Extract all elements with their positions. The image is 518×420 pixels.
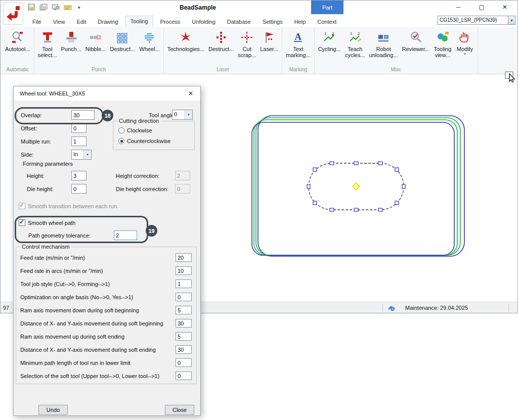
control-row-label: Minimum path length of tool run in lower…	[20, 360, 131, 366]
ribbon-button-wheel[interactable]: Wheel...	[137, 28, 161, 54]
part-tab[interactable]: Part	[311, 1, 343, 14]
dialog-close-icon[interactable]: ✕	[184, 88, 198, 99]
clockwise-radio[interactable]: Clockwise	[118, 127, 152, 133]
close-button[interactable]: ✕	[493, 1, 516, 14]
ribbon-button-laser[interactable]: Laser...	[258, 28, 280, 54]
ribbon-group-automatic: Autotool... Automatic	[2, 28, 34, 74]
minimize-button[interactable]: ─	[447, 1, 470, 14]
control-row-input[interactable]	[176, 358, 192, 367]
control-row-input[interactable]	[176, 319, 192, 328]
destruct-punch-icon	[115, 29, 130, 45]
ribbon-button-reviewer[interactable]: Reviewer...	[400, 28, 431, 54]
control-row-input[interactable]	[176, 332, 192, 341]
app-logo-button[interactable]	[3, 3, 23, 25]
side-select[interactable]: In ▾	[71, 150, 92, 160]
path-tolerance-input[interactable]	[114, 230, 137, 240]
cutting-direction-group: Cutting direction Clockwise Counterclock…	[113, 121, 195, 150]
counterclockwise-radio-circle[interactable]	[118, 138, 124, 144]
svg-text:1: 1	[324, 31, 327, 36]
control-row-input[interactable]	[176, 371, 192, 380]
list-icon[interactable]	[64, 5, 72, 11]
ribbon-button-destruct-punch[interactable]: Destruct...	[108, 28, 137, 54]
offset-label: Offset:	[21, 125, 37, 131]
dialog-titlebar[interactable]: Wheel tool: WHEEL_30X5 ✕	[14, 86, 200, 101]
svg-text:2: 2	[358, 31, 360, 36]
control-row-input[interactable]	[176, 266, 192, 275]
ribbon-button-cycling[interactable]: 12 Cycling...	[316, 28, 343, 54]
ribbon-button-robot-unloading[interactable]: Robot unloading...	[367, 28, 400, 60]
smooth-transition-checkbox: ✓ Smooth transition between each run.	[19, 203, 118, 209]
die-height-label: Die height:	[27, 186, 54, 192]
qat-dropdown-icon[interactable]: ▾	[78, 5, 80, 10]
modify-dropdown-icon[interactable]: ▾	[464, 52, 466, 56]
control-row-input[interactable]	[176, 345, 192, 354]
maintenance-text: Maintenance: 29.04.2025	[405, 305, 468, 311]
control-row-input[interactable]	[176, 279, 192, 288]
tab-edit[interactable]: Edit	[72, 17, 91, 27]
machine-combo-value: CG1530_LSR_(PPCN39)	[438, 16, 508, 24]
ribbon-button-nibble[interactable]: Nibble...	[83, 28, 108, 54]
height-input[interactable]	[71, 171, 87, 180]
close-dialog-button[interactable]: Close	[165, 405, 194, 415]
ribbon-button-text-marking[interactable]: A Text marking...	[284, 28, 312, 60]
tool-angle-select[interactable]: 0 ▾	[172, 110, 193, 120]
tool-angle-arrow-icon: ▾	[185, 110, 192, 119]
control-row-input[interactable]	[176, 293, 192, 301]
tab-help[interactable]: Help	[290, 17, 311, 27]
save-icon[interactable]	[28, 4, 35, 11]
tab-database[interactable]: Database	[223, 17, 255, 27]
tab-file[interactable]: File	[28, 17, 46, 27]
tab-unfolding[interactable]: Unfolding	[187, 17, 220, 27]
ribbon-button-technologies[interactable]: Technologies...	[165, 28, 206, 54]
ribbon-group-misc: 12 Cycling... 12 Teach cycles... Robot u…	[315, 28, 478, 74]
side-arrow-icon: ▾	[83, 150, 91, 159]
maximize-button[interactable]: ▢	[470, 1, 493, 14]
ribbon-button-tool-select[interactable]: Tool select...	[36, 28, 59, 60]
tab-drawing[interactable]: Drawing	[93, 17, 122, 27]
svg-text:1: 1	[350, 31, 353, 36]
machine-combo-arrow-icon[interactable]: ▾	[508, 16, 515, 24]
status-left-value: 97	[3, 305, 9, 311]
tab-process[interactable]: Process	[156, 17, 185, 27]
ribbon-button-punch[interactable]: Punch...	[59, 28, 83, 54]
multiple-run-input[interactable]	[71, 136, 87, 146]
save-all-icon[interactable]	[39, 4, 48, 11]
counterclockwise-radio[interactable]: Counterclockwise	[118, 138, 170, 144]
control-row-label: Feed rate in arcs (m/min or "/min)	[20, 268, 103, 274]
undo-button[interactable]: Undo	[38, 405, 68, 415]
tab-settings[interactable]: Settings	[258, 17, 287, 27]
maintenance-icon	[387, 304, 395, 313]
machine-combo[interactable]: CG1530_LSR_(PPCN39) ▾	[438, 16, 515, 25]
forming-parameters-title: Forming parameters	[23, 161, 73, 167]
smooth-wheel-path-checkbox-box[interactable]: ✓	[19, 219, 25, 226]
offset-input[interactable]	[71, 123, 87, 133]
smooth-wheel-path-checkbox[interactable]: ✓ Smooth wheel path	[19, 219, 75, 226]
overlap-label: Overlap:	[21, 112, 42, 118]
clockwise-radio-circle[interactable]	[118, 127, 124, 133]
control-row-input[interactable]	[176, 253, 192, 262]
overlap-input[interactable]	[71, 110, 95, 120]
tab-tooling[interactable]: Tooling	[125, 16, 153, 27]
die-height-correction-input	[175, 184, 190, 194]
ribbon-button-teach-cycles[interactable]: 12 Teach cycles...	[343, 28, 367, 60]
control-row-label: Distance of X- and Y-axis movement durin…	[20, 320, 163, 326]
ribbon-button-autotool[interactable]: Autotool...	[3, 28, 32, 54]
ribbon-group-marking: A Text marking... Marking	[282, 28, 314, 74]
laser-icon	[262, 29, 276, 45]
tab-view[interactable]: View	[49, 17, 70, 27]
ribbon-button-modify[interactable]: Modify ▾	[454, 28, 476, 57]
status-separator-right	[508, 304, 509, 312]
ribbon-button-cut-scrap[interactable]: Cut scrap...	[236, 28, 258, 60]
cycling-icon: 12	[322, 29, 336, 45]
control-row-input[interactable]	[176, 306, 192, 314]
control-row-label: Distance of X- and Y-axis movement durin…	[20, 347, 156, 353]
multiple-run-label: Multiple run:	[21, 138, 51, 145]
die-height-correction-label: Die height correction:	[116, 186, 168, 192]
tab-context[interactable]: Context	[313, 17, 341, 27]
die-height-input[interactable]	[71, 184, 87, 194]
export-icon[interactable]	[52, 4, 60, 11]
ribbon-button-destruct-laser[interactable]: Destruct...	[206, 28, 236, 54]
modify-icon	[458, 29, 472, 45]
callout-badge-18: 18	[102, 110, 113, 121]
ribbon-button-tooling-view[interactable]: Tooling view...	[431, 28, 454, 60]
